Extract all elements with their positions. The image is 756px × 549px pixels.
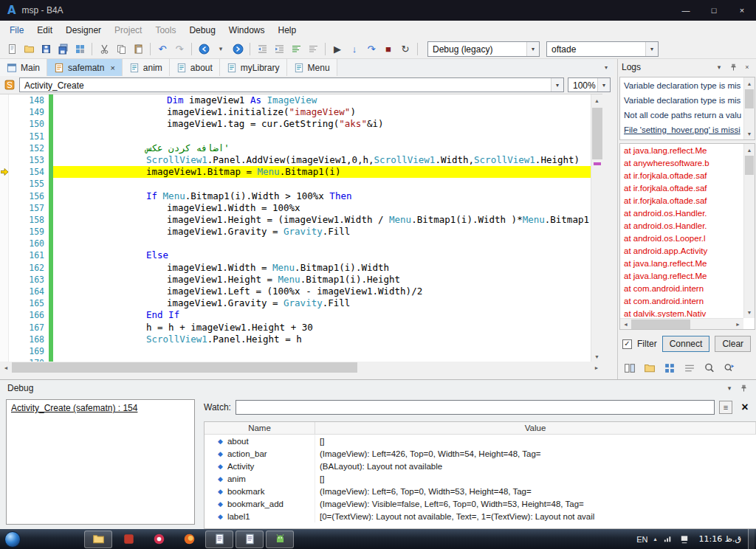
- code-line[interactable]: 151: [0, 131, 591, 142]
- show-desktop-button[interactable]: [748, 529, 755, 549]
- menu-file[interactable]: File: [3, 21, 30, 39]
- column-header-value[interactable]: Value: [315, 422, 756, 434]
- clear-watch-icon[interactable]: ×: [737, 401, 753, 414]
- save-button[interactable]: [38, 41, 54, 58]
- taskbar-app-red-button[interactable]: [114, 531, 142, 548]
- code-line[interactable]: 162imageView1.Width = Menu.Bitmap1(i).Wi…: [0, 262, 591, 274]
- warnings-scrollbar[interactable]: ▲ ▼: [743, 77, 755, 139]
- breakpoint-margin[interactable]: [0, 142, 9, 154]
- chevron-down-icon[interactable]: ▾: [526, 42, 539, 56]
- code-line[interactable]: 169: [0, 345, 591, 357]
- watch-row[interactable]: ◆bookmark(ImageView): Left=6, Top=0, Wid…: [205, 485, 756, 497]
- pin-icon[interactable]: [738, 383, 749, 393]
- modules-button[interactable]: [664, 362, 676, 374]
- column-header-name[interactable]: Name: [205, 422, 315, 434]
- taskbar-document-button[interactable]: [205, 531, 233, 548]
- step-over-button[interactable]: ↷: [363, 41, 379, 58]
- scrollbar-thumb[interactable]: [631, 320, 690, 329]
- scrollbar-thumb[interactable]: [745, 89, 754, 108]
- watch-row[interactable]: ◆Activity(BALayout): Layout not availabl…: [205, 460, 756, 472]
- minimize-button[interactable]: —: [672, 0, 700, 21]
- comment-button[interactable]: [288, 41, 304, 58]
- tab-main[interactable]: Main: [0, 59, 47, 76]
- scroll-left-icon[interactable]: ◄: [0, 362, 12, 373]
- step-into-button[interactable]: ↓: [346, 41, 362, 58]
- stop-button[interactable]: ■: [380, 41, 396, 58]
- language-indicator[interactable]: EN: [636, 535, 647, 544]
- run-button[interactable]: ▶: [329, 41, 346, 58]
- clock[interactable]: 11:16 ق.ظ: [695, 534, 745, 544]
- folder-view-button[interactable]: [644, 362, 656, 374]
- taskbar-folder-button[interactable]: [84, 531, 112, 548]
- warnings-list[interactable]: Variable declaration type is misVariable…: [619, 77, 755, 140]
- code-line[interactable]: 155: [0, 178, 591, 190]
- connect-button[interactable]: Connect: [662, 336, 710, 352]
- error-entry[interactable]: at com.android.intern: [621, 283, 743, 295]
- split-view-button[interactable]: [624, 362, 636, 374]
- taskbar-firefox-button[interactable]: [175, 531, 203, 548]
- code-line[interactable]: 168ScrollView1.Panel.Height = h: [0, 334, 591, 345]
- breakpoint-margin[interactable]: [0, 202, 9, 214]
- navigate-menu-button[interactable]: ▾: [213, 41, 229, 58]
- breakpoint-margin[interactable]: [0, 226, 9, 238]
- pin-icon[interactable]: [728, 62, 738, 72]
- watch-list-icon[interactable]: ≡: [719, 401, 732, 414]
- tab-menu[interactable]: Menu: [287, 59, 337, 76]
- menu-windows[interactable]: Windows: [222, 21, 272, 39]
- clear-button[interactable]: Clear: [715, 336, 751, 352]
- code-line[interactable]: 158imageView1.Height = (imageView1.Width…: [0, 214, 591, 226]
- breakpoint-margin[interactable]: [0, 190, 9, 202]
- breakpoint-margin[interactable]: [0, 94, 9, 106]
- new-button[interactable]: [4, 41, 20, 58]
- scrollbar-thumb[interactable]: [592, 108, 602, 159]
- breakpoint-margin[interactable]: [0, 238, 9, 249]
- scroll-right-icon[interactable]: ►: [732, 319, 743, 330]
- hidden-icons-chevron[interactable]: ▴: [654, 536, 657, 542]
- editor-vertical-scrollbar[interactable]: ▲ ▼: [591, 94, 602, 362]
- code-line[interactable]: 150imageView1.tag = cur.GetString("aks"&…: [0, 118, 591, 130]
- scroll-left-icon[interactable]: ◄: [620, 319, 631, 330]
- breakpoint-margin[interactable]: [0, 334, 9, 345]
- scope-selector-combo[interactable]: Activity_Create ▾: [19, 77, 564, 92]
- stack-frame-link[interactable]: Activity_Create (safematn) : 154: [11, 403, 190, 413]
- filter-checkbox[interactable]: ✓: [622, 339, 632, 349]
- warning-entry[interactable]: File 'setting_hover.png' is missi: [621, 122, 743, 137]
- close-button[interactable]: ×: [728, 0, 756, 21]
- code-line[interactable]: 159imageView1.Gravity = Gravity.Fill: [0, 226, 591, 238]
- menu-tools[interactable]: Tools: [148, 21, 182, 39]
- code-line[interactable]: 149imageView1.initialize("imageView"): [0, 106, 591, 118]
- menu-edit[interactable]: Edit: [30, 21, 59, 39]
- scrollbar-thumb[interactable]: [745, 156, 754, 175]
- save-all-button[interactable]: [55, 41, 71, 58]
- breakpoint-margin[interactable]: [0, 322, 9, 334]
- chevron-down-icon[interactable]: ▾: [551, 78, 563, 92]
- menu-help[interactable]: Help: [272, 21, 303, 39]
- breakpoint-margin[interactable]: [0, 154, 9, 166]
- warning-entry[interactable]: Variable declaration type is mis: [621, 93, 743, 108]
- code-line[interactable]: 148Dim imageView1 As ImageView: [0, 94, 591, 106]
- close-panel-icon[interactable]: ×: [742, 62, 752, 72]
- breakpoint-margin[interactable]: [0, 345, 9, 357]
- open-button[interactable]: [21, 41, 37, 58]
- errors-list[interactable]: at java.lang.reflect.Meat anywheresoftwa…: [619, 143, 755, 330]
- breakpoint-margin[interactable]: [0, 178, 9, 190]
- breakpoint-margin[interactable]: [0, 118, 9, 130]
- menu-designer[interactable]: Designer: [59, 21, 108, 39]
- notification-icon[interactable]: [679, 534, 690, 545]
- breakpoint-margin[interactable]: [0, 131, 9, 142]
- watch-row[interactable]: ◆bookmark_add(ImageView): Visible=false,…: [205, 497, 756, 510]
- error-entry[interactable]: at ir.forjkala.oftade.saf: [621, 182, 743, 195]
- restart-button[interactable]: ↻: [397, 41, 413, 58]
- search-button[interactable]: [704, 362, 715, 374]
- maximize-button[interactable]: □: [700, 0, 728, 21]
- code-line[interactable]: 161Else: [0, 249, 591, 261]
- error-entry[interactable]: at ir.forjkala.oftade.saf: [621, 195, 743, 207]
- error-entry[interactable]: at android.os.Looper.l: [621, 232, 743, 245]
- window-position-icon[interactable]: ▾: [714, 62, 724, 72]
- error-entry[interactable]: at dalvik.system.Nativ: [621, 308, 743, 317]
- chevron-down-icon[interactable]: ▾: [645, 42, 658, 56]
- tab-anim[interactable]: anim: [123, 59, 170, 76]
- tab-list-dropdown-icon[interactable]: ▾: [598, 59, 614, 76]
- warning-entry[interactable]: Not all code paths return a valu: [621, 108, 743, 122]
- code-area[interactable]: 148Dim imageView1 As ImageView149imageVi…: [0, 94, 602, 362]
